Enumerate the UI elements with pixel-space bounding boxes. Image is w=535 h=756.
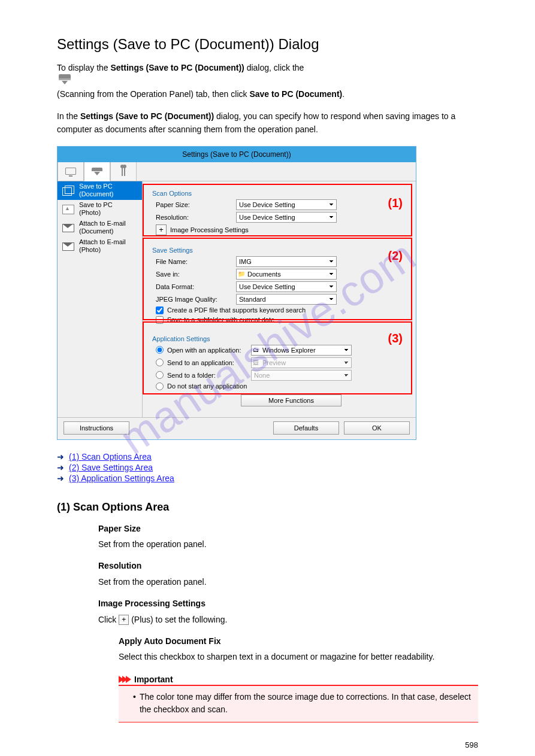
data-format-label: Data Format: <box>151 283 236 290</box>
chevron-icon <box>119 676 129 683</box>
send-folder-select[interactable]: None <box>251 370 352 381</box>
jpeg-quality-select[interactable]: Standard <box>236 294 337 305</box>
pdf-keyword-checkbox[interactable] <box>156 306 164 314</box>
dialog-sidebar: Save to PC(Document) Save to PC(Photo) A… <box>58 181 143 417</box>
plus-icon: + <box>119 615 129 625</box>
document-icon <box>62 186 74 195</box>
dialog-tabbar <box>58 162 416 181</box>
send-app-label: Send to an application: <box>167 359 247 366</box>
mail-icon <box>62 223 74 232</box>
link-application-settings-area[interactable]: (3) Application Settings Area <box>69 473 174 483</box>
page-number: 598 <box>0 722 535 756</box>
explorer-icon: 🗂 <box>253 347 260 354</box>
subfolder-checkbox-row[interactable]: Save to a subfolder with current date <box>151 316 405 324</box>
monitor-icon <box>65 168 76 175</box>
data-format-select[interactable]: Use Device Setting <box>236 281 337 292</box>
jpeg-quality-label: JPEG Image Quality: <box>151 296 236 303</box>
file-name-label: File Name: <box>151 258 236 265</box>
dialog-button-row: Instructions Defaults OK <box>58 417 416 439</box>
paper-size-item-desc: Set from the operation panel. <box>98 538 478 551</box>
pdf-keyword-checkbox-row[interactable]: Create a PDF file that supports keyword … <box>151 306 405 314</box>
image-processing-label: Image Processing Settings <box>170 226 249 233</box>
page-title: Settings (Save to PC (Document)) Dialog <box>0 36 535 53</box>
resolution-item-desc: Set from the operation panel. <box>98 575 478 588</box>
scanner-icon <box>58 74 71 87</box>
mail-icon <box>62 241 74 251</box>
auto-document-fix-title: Apply Auto Document Fix <box>98 634 478 648</box>
scanner-icon <box>92 168 102 175</box>
dialog-titlebar: Settings (Save to PC (Document)) <box>58 147 416 162</box>
open-with-select[interactable]: Windows Explorer <box>251 345 352 356</box>
settings-dialog: Settings (Save to PC (Document)) Save to… <box>57 146 416 440</box>
paper-size-select[interactable]: Use Device Setting <box>236 199 337 210</box>
paper-size-item-title: Paper Size <box>98 522 478 535</box>
file-name-select[interactable]: IMG <box>236 256 337 267</box>
callout-label-2: (2) <box>388 250 403 262</box>
auto-document-fix-desc: Select this checkbox to sharpen text in … <box>98 650 478 663</box>
arrow-icon: ➜ <box>57 463 64 472</box>
tools-icon <box>122 166 125 176</box>
section-links: ➜ (1) Scan Options Area ➜ (2) Save Setti… <box>0 447 535 483</box>
subfolder-label: Save to a subfolder with current date <box>167 316 274 323</box>
important-body: •The color tone may differ from the sour… <box>119 686 478 722</box>
sidebar-item-save-pc-document[interactable]: Save to PC(Document) <box>58 181 142 200</box>
more-functions-button[interactable]: More Functions <box>241 394 341 406</box>
resolution-item-title: Resolution <box>98 559 478 572</box>
open-with-label: Open with an application: <box>167 347 247 354</box>
send-folder-radio[interactable] <box>156 371 164 379</box>
important-callout: Important •The color tone may differ fro… <box>119 675 478 722</box>
sidebar-item-attach-email-document[interactable]: Attach to E-mail(Document) <box>58 218 142 237</box>
section-1-heading: (1) Scan Options Area <box>0 501 535 514</box>
instructions-button[interactable]: Instructions <box>64 421 129 435</box>
defaults-button[interactable]: Defaults <box>273 421 339 435</box>
scan-options-group: Scan Options Paper Size: Use Device Sett… <box>146 185 410 242</box>
intro-paragraph: To display the Settings (Save to PC (Doc… <box>0 61 535 101</box>
folder-icon: 📁 <box>238 271 245 278</box>
sidebar-item-attach-email-photo[interactable]: Attach to E-mail(Photo) <box>58 237 142 256</box>
save-settings-legend: Save Settings <box>152 247 405 254</box>
pdf-keyword-label: Create a PDF file that supports keyword … <box>167 306 306 314</box>
subfolder-checkbox[interactable] <box>156 316 164 324</box>
image-processing-item-title: Image Processing Settings <box>98 597 478 610</box>
tab-preferences[interactable] <box>110 162 137 181</box>
save-in-select[interactable]: Documents <box>236 269 337 280</box>
intro-paragraph-2: In the Settings (Save to PC (Document)) … <box>0 110 535 136</box>
link-scan-options-area[interactable]: (1) Scan Options Area <box>69 452 152 462</box>
resolution-select[interactable]: Use Device Setting <box>236 212 337 223</box>
arrow-icon: ➜ <box>57 452 64 462</box>
paper-size-label: Paper Size: <box>151 201 236 208</box>
application-settings-legend: Application Settings <box>152 335 405 342</box>
callout-label-1: (1) <box>388 197 403 209</box>
scan-options-legend: Scan Options <box>152 190 405 197</box>
open-with-radio[interactable] <box>156 346 164 354</box>
arrow-icon: ➜ <box>57 473 64 483</box>
ok-button[interactable]: OK <box>344 421 410 435</box>
image-processing-item-desc: Click + (Plus) to set the following. <box>98 613 478 626</box>
send-app-select[interactable]: Preview <box>251 357 352 368</box>
photo-icon <box>62 204 74 214</box>
resolution-label: Resolution: <box>151 214 236 221</box>
send-app-radio[interactable] <box>156 359 164 366</box>
image-processing-expand-button[interactable]: + <box>156 224 167 235</box>
dont-start-label: Do not start any application <box>167 382 247 390</box>
dialog-main-panel: (1) (2) (3) Scan Options Paper Size: Use… <box>143 181 416 417</box>
important-label: Important <box>134 675 173 684</box>
save-in-label: Save in: <box>151 271 236 278</box>
save-settings-group: Save Settings File Name: IMG Save in: 📁 … <box>146 242 410 330</box>
dont-start-radio[interactable] <box>156 382 164 390</box>
link-save-settings-area[interactable]: (2) Save Settings Area <box>69 463 153 472</box>
callout-label-3: (3) <box>388 332 403 344</box>
tab-computer[interactable] <box>58 162 84 181</box>
send-folder-label: Send to a folder: <box>167 372 247 379</box>
application-settings-group: Application Settings Open with an applic… <box>146 330 410 411</box>
tab-operation-panel[interactable] <box>84 162 110 181</box>
sidebar-item-save-pc-photo[interactable]: Save to PC(Photo) <box>58 200 142 218</box>
